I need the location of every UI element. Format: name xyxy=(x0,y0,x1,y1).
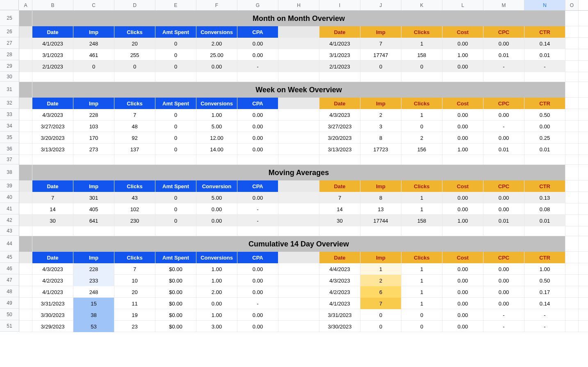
data-cell-left[interactable]: 170 xyxy=(73,132,114,144)
data-cell-right[interactable]: 7 xyxy=(319,192,360,203)
data-cell-left[interactable]: 0 xyxy=(155,215,196,226)
section-title[interactable]: Week on Week Overview xyxy=(32,82,565,98)
data-cell-right[interactable]: 0.14 xyxy=(524,298,565,309)
data-cell-right[interactable]: - xyxy=(483,321,524,332)
data-cell-left[interactable]: 0.00 xyxy=(196,215,237,226)
data-cell-right[interactable]: 0 xyxy=(360,61,401,72)
cell[interactable] xyxy=(565,192,579,203)
data-cell-left[interactable]: 1.00 xyxy=(196,275,237,286)
data-cell-right[interactable]: 1 xyxy=(401,38,442,49)
cell[interactable] xyxy=(32,72,73,82)
data-cell-left[interactable]: 2.00 xyxy=(196,38,237,49)
table-header-right[interactable]: Date xyxy=(319,252,360,263)
cell[interactable] xyxy=(565,49,579,61)
data-cell-left[interactable]: - xyxy=(237,215,278,226)
cell[interactable] xyxy=(155,226,196,236)
cell[interactable] xyxy=(19,309,32,321)
col-header-K[interactable]: K xyxy=(401,0,442,10)
data-cell-left[interactable]: 0.00 xyxy=(237,38,278,49)
data-cell-left[interactable]: 0 xyxy=(114,61,155,72)
data-cell-right[interactable]: 2 xyxy=(360,109,401,121)
data-cell-right[interactable]: 0.01 xyxy=(524,215,565,226)
cell[interactable] xyxy=(565,144,579,155)
data-cell-right[interactable]: 156 xyxy=(401,144,442,155)
cell[interactable] xyxy=(19,203,32,215)
table-header-left[interactable]: CPA xyxy=(237,252,278,263)
cell[interactable] xyxy=(19,132,32,144)
data-cell-right[interactable]: 0.00 xyxy=(442,192,483,203)
data-cell-left[interactable]: 14 xyxy=(32,203,73,215)
data-cell-left[interactable]: 0.00 xyxy=(237,275,278,286)
data-cell-right[interactable]: 0.00 xyxy=(483,275,524,286)
data-cell-right[interactable]: 0.00 xyxy=(483,132,524,144)
cell[interactable] xyxy=(319,155,360,165)
data-cell-right[interactable]: 14 xyxy=(319,203,360,215)
data-cell-left[interactable]: 0 xyxy=(155,132,196,144)
table-header-left[interactable]: Conversions xyxy=(196,252,237,263)
cell[interactable] xyxy=(442,226,483,236)
cell[interactable] xyxy=(114,72,155,82)
data-cell-left[interactable]: 0 xyxy=(155,192,196,203)
cell[interactable] xyxy=(565,38,579,49)
grid-body[interactable]: Month on Month OverviewDateImpClicksAmt … xyxy=(19,11,588,332)
cell[interactable] xyxy=(114,226,155,236)
table-header-right[interactable]: Clicks xyxy=(401,252,442,263)
cell[interactable] xyxy=(155,155,196,165)
data-cell-left[interactable]: 53 xyxy=(73,321,114,332)
data-cell-right[interactable]: 0.00 xyxy=(442,203,483,215)
cell[interactable] xyxy=(278,226,319,236)
data-cell-left[interactable]: 0.00 xyxy=(237,144,278,155)
table-header-left[interactable]: Date xyxy=(32,98,73,109)
data-cell-left[interactable]: 0.00 xyxy=(237,49,278,61)
data-cell-left[interactable]: 0 xyxy=(155,144,196,155)
table-header-right[interactable]: Cost xyxy=(442,180,483,192)
data-cell-right[interactable]: 0.00 xyxy=(442,321,483,332)
data-cell-left[interactable]: 11 xyxy=(114,298,155,309)
data-cell-left[interactable]: 14.00 xyxy=(196,144,237,155)
row-header-36[interactable]: 36 xyxy=(0,143,19,155)
table-header-left[interactable]: Date xyxy=(32,252,73,263)
row-header-45[interactable]: 45 xyxy=(0,251,19,263)
cell[interactable] xyxy=(278,61,319,72)
data-cell-right[interactable]: 0.00 xyxy=(442,61,483,72)
table-header-left[interactable]: Clicks xyxy=(114,252,155,263)
cell[interactable] xyxy=(565,165,579,180)
data-cell-left[interactable]: 0.00 xyxy=(237,309,278,321)
data-cell-left[interactable]: 248 xyxy=(73,286,114,298)
data-cell-left[interactable]: $0.00 xyxy=(155,298,196,309)
data-cell-right[interactable]: 0 xyxy=(401,61,442,72)
data-cell-left[interactable]: $0.00 xyxy=(155,286,196,298)
col-header-M[interactable]: M xyxy=(483,0,524,10)
data-cell-right[interactable]: - xyxy=(524,309,565,321)
cell[interactable] xyxy=(565,263,579,275)
data-cell-left[interactable]: 0 xyxy=(155,61,196,72)
data-cell-left[interactable]: 38 xyxy=(73,309,114,321)
data-cell-right[interactable]: 8 xyxy=(360,192,401,203)
data-cell-left[interactable]: 228 xyxy=(73,109,114,121)
table-header-left[interactable]: CPA xyxy=(237,26,278,38)
cell[interactable] xyxy=(278,298,319,309)
data-cell-left[interactable]: 0 xyxy=(155,121,196,132)
cell[interactable] xyxy=(565,72,579,82)
row-header-40[interactable]: 40 xyxy=(0,191,19,203)
cell[interactable] xyxy=(360,72,401,82)
data-cell-left[interactable]: 461 xyxy=(73,49,114,61)
data-cell-left[interactable]: 19 xyxy=(114,309,155,321)
cell[interactable] xyxy=(565,180,579,192)
cell[interactable] xyxy=(565,98,579,109)
cell[interactable] xyxy=(278,121,319,132)
cell[interactable] xyxy=(237,155,278,165)
data-cell-left[interactable]: 0.00 xyxy=(237,286,278,298)
cell[interactable] xyxy=(237,226,278,236)
cell[interactable] xyxy=(278,286,319,298)
col-header-E[interactable]: E xyxy=(155,0,196,10)
data-cell-left[interactable]: 5.00 xyxy=(196,192,237,203)
cell[interactable] xyxy=(524,226,565,236)
data-cell-left[interactable]: 0 xyxy=(155,109,196,121)
data-cell-left[interactable]: 0 xyxy=(155,38,196,49)
cell[interactable] xyxy=(19,192,32,203)
data-cell-left[interactable]: 5.00 xyxy=(196,121,237,132)
cell[interactable] xyxy=(483,226,524,236)
row-header-46[interactable]: 46 xyxy=(0,263,19,274)
data-cell-left[interactable]: 4/3/2023 xyxy=(32,263,73,275)
